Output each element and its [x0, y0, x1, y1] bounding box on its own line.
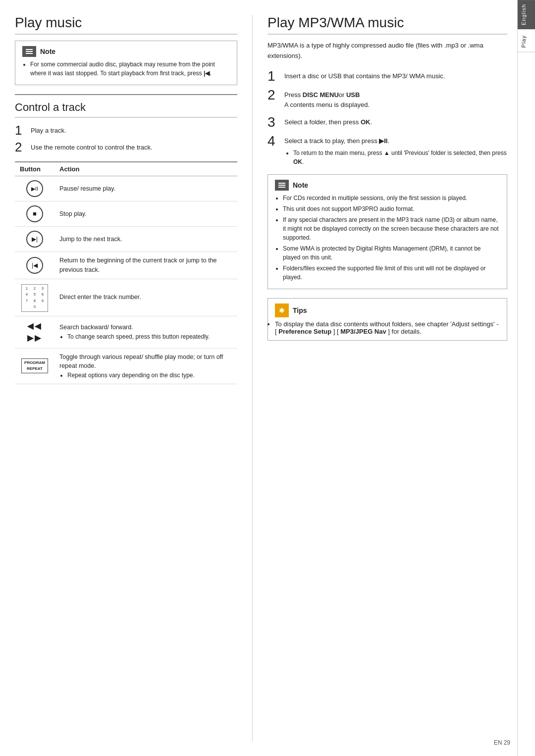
numpad-0: 0: [31, 304, 38, 310]
mp3-step-num-4: 4: [268, 134, 279, 148]
note-label-left: Note: [40, 48, 55, 55]
mp3-steps: 1 Insert a disc or USB that contains the…: [268, 69, 507, 166]
note-box-left: Note For some commercial audio disc, pla…: [15, 41, 237, 85]
table-row: 1 2 3 4 5 6 7 8 9 0: [15, 279, 237, 316]
mp3-step-1: 1 Insert a disc or USB that contains the…: [268, 69, 507, 83]
numpad-3: 3: [39, 286, 46, 292]
note-item-left-1: For some commercial audio disc, playback…: [30, 60, 230, 78]
table-cell-action: Direct enter the track number.: [54, 279, 237, 316]
table-cell-action: Toggle through various repeat/ shuffle p…: [54, 348, 237, 384]
numpad-9: 9: [39, 299, 46, 304]
note-header-left: Note: [22, 46, 230, 57]
control-table: Button Action Pause/ resume play.: [15, 161, 237, 384]
mp3-step-num-3: 3: [268, 115, 279, 129]
tips-list: To display the data disc contents withou…: [275, 320, 500, 335]
step-num-1: 1: [15, 124, 26, 137]
play-pause-icon: [26, 180, 43, 197]
disc-menu-label: DISC MENU: [303, 91, 339, 99]
stop-icon: [26, 205, 43, 222]
mp3-step4-sub: To return to the main menu, press ▲ unti…: [284, 149, 507, 166]
search-backward-forward-icon: ◀◀ ▶▶: [27, 322, 42, 342]
table-col-action: Action: [54, 162, 237, 176]
note-right-4: Some WMA is protected by Digital Rights …: [283, 244, 500, 262]
table-row: Stop play.: [15, 202, 237, 227]
table-row: ◀◀ ▶▶ Search backward/ forward. To chang…: [15, 316, 237, 348]
table-cell-action: Return to the beginning of the current t…: [54, 252, 237, 279]
note-right-2: This unit does not support MP3PRO audio …: [283, 204, 500, 213]
mp3-step-3: 3 Select a folder, then press OK.: [268, 115, 507, 129]
mp3-step-text-2: Press DISC MENUor USB A contents menu is…: [284, 88, 370, 111]
note-list-right: For CDs recorded in multiple sessions, o…: [275, 194, 500, 282]
numpad-5: 5: [31, 292, 38, 298]
mp3-step-2: 2 Press DISC MENUor USB A contents menu …: [268, 88, 507, 111]
numpad-8: 8: [31, 299, 38, 304]
table-cell-action: Jump to the next track.: [54, 227, 237, 252]
control-step-2: 2 Use the remote control to control the …: [15, 141, 237, 153]
note-icon-line: [26, 53, 33, 54]
table-cell-button: 1 2 3 4 5 6 7 8 9 0: [15, 279, 54, 316]
numpad-1: 1: [23, 286, 30, 292]
play-tab: Play: [518, 31, 535, 52]
step-num-2: 2: [15, 141, 26, 153]
note-right-1: For CDs recorded in multiple sessions, o…: [283, 194, 500, 202]
next-track-icon: [26, 231, 43, 248]
table-row: Return to the beginning of the current t…: [15, 252, 237, 279]
right-column: Play MP3/WMA music MP3/WMA is a type of …: [253, 15, 507, 741]
table-cell-button: ◀◀ ▶▶: [15, 316, 54, 348]
table-cell-button: PROGRAM REPEAT: [15, 348, 54, 384]
page: Play music Note For some commercial audi…: [0, 0, 535, 756]
note-box-right: Note For CDs recorded in multiple sessio…: [268, 174, 507, 289]
table-col-button: Button: [15, 162, 54, 176]
note-icon-right: [275, 180, 289, 191]
numpad-icon: 1 2 3 4 5 6 7 8 9 0: [21, 284, 48, 312]
mp3jpeg-nav-label: MP3/JPEG Nav: [340, 328, 386, 335]
repeat-sub-item: Repeat options vary depending on the dis…: [67, 371, 232, 380]
left-title: Play music: [15, 15, 237, 35]
tips-item-1: To display the data disc contents withou…: [275, 320, 500, 335]
control-steps: 1 Play a track. 2 Use the remote control…: [15, 124, 237, 153]
tips-icon: ✱: [275, 303, 289, 317]
table-row: Pause/ resume play.: [15, 176, 237, 202]
note-icon-line-r: [278, 187, 285, 188]
note-header-right: Note: [275, 180, 500, 191]
mp3-step-num-2: 2: [268, 88, 279, 102]
note-icon-line-r: [278, 183, 285, 184]
step-text-2: Use the remote control to control the tr…: [31, 141, 153, 152]
table-row: PROGRAM REPEAT Toggle through various re…: [15, 348, 237, 384]
mp3-step4-sub-item: To return to the main menu, press ▲ unti…: [293, 149, 507, 166]
search-sub-item: To change search speed, press this butto…: [67, 332, 232, 341]
left-column: Play music Note For some commercial audi…: [15, 15, 253, 741]
tips-header: ✱ Tips: [275, 303, 500, 317]
table-cell-button: [15, 252, 54, 279]
right-subtitle: MP3/WMA is a type of highly compressed a…: [268, 41, 507, 61]
ok-label-3: OK: [361, 118, 371, 126]
numpad-4: 4: [23, 292, 30, 298]
note-right-5: Folders/files exceed the supported file …: [283, 264, 500, 282]
repeat-sub-list: Repeat options vary depending on the dis…: [67, 371, 232, 380]
mp3-step-text-1: Insert a disc or USB that contains the M…: [284, 69, 445, 82]
search-sub-list: To change search speed, press this butto…: [67, 332, 232, 341]
control-step-1: 1 Play a track.: [15, 124, 237, 137]
table-cell-action: Pause/ resume play.: [54, 176, 237, 202]
program-repeat-icon: PROGRAM REPEAT: [21, 358, 48, 373]
mp3-step-num-1: 1: [268, 69, 279, 83]
main-content: Play music Note For some commercial audi…: [0, 0, 517, 756]
table-cell-action: Search backward/ forward. To change sear…: [54, 316, 237, 348]
numpad-7: 7: [23, 299, 30, 304]
mp3-step-4: 4 Select a track to play, then press ▶II…: [268, 134, 507, 166]
english-tab: English: [518, 0, 535, 29]
ok-label-4: OK: [293, 158, 302, 165]
mp3-step-text-3: Select a folder, then press OK.: [284, 115, 372, 128]
play-label-4: ▶II: [379, 137, 387, 145]
note-list-left: For some commercial audio disc, playback…: [22, 60, 230, 78]
note-label-right: Note: [293, 181, 308, 189]
numpad-2: 2: [31, 286, 38, 292]
table-row: Jump to the next track.: [15, 227, 237, 252]
step-text-1: Play a track.: [31, 124, 66, 136]
tips-box: ✱ Tips To display the data disc contents…: [268, 298, 507, 341]
table-cell-action: Stop play.: [54, 202, 237, 227]
tips-label: Tips: [293, 306, 307, 314]
table-cell-button: [15, 227, 54, 252]
prev-track-icon: [26, 257, 43, 274]
note-right-3: If any special characters are present in…: [283, 215, 500, 242]
